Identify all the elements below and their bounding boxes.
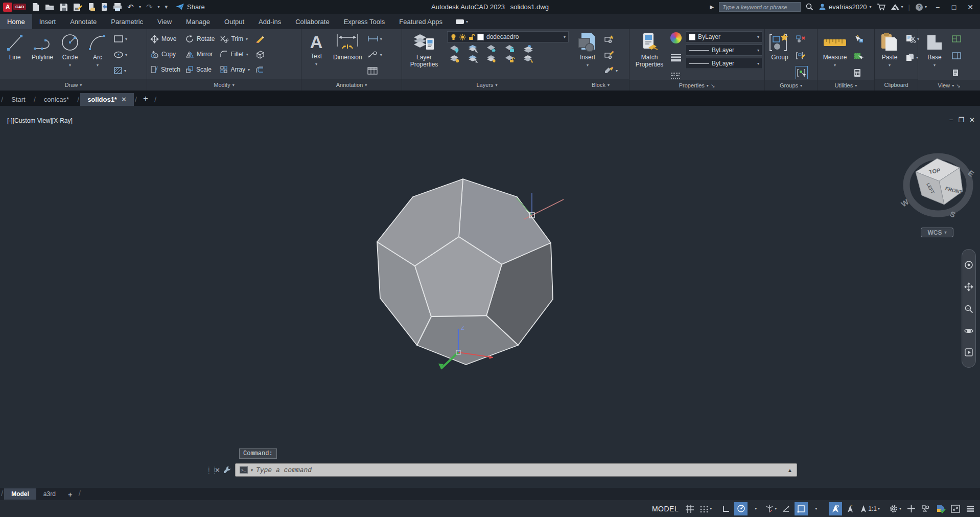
new-layout-button[interactable]: + bbox=[63, 490, 78, 499]
properties-dialog-launcher-icon[interactable]: ↘ bbox=[711, 83, 715, 88]
layer-match-tool-icon[interactable] bbox=[523, 44, 534, 53]
panel-label-clipboard[interactable]: Clipboard bbox=[875, 79, 918, 91]
fillet-button[interactable]: Fillet▾ bbox=[220, 51, 250, 58]
panel-label-properties[interactable]: Properties▾↘ bbox=[629, 80, 764, 91]
rotate-button[interactable]: Rotate bbox=[185, 35, 215, 43]
linetype-dropdown[interactable]: ByLayer▾ bbox=[686, 58, 762, 69]
clean-screen-button[interactable] bbox=[949, 502, 962, 515]
tab-insert[interactable]: Insert bbox=[32, 14, 63, 29]
wcs-button[interactable]: WCS▾ bbox=[921, 228, 953, 237]
help-menu[interactable]: ? ▾ bbox=[915, 3, 927, 11]
new-tab-button[interactable]: + bbox=[138, 94, 153, 106]
group-edit-button[interactable] bbox=[796, 49, 808, 62]
viewport-tool-3-icon[interactable] bbox=[952, 66, 961, 79]
file-tab-start[interactable]: Start bbox=[4, 93, 32, 106]
layer-unisolate-tool-icon[interactable] bbox=[486, 55, 497, 63]
qat-customize-icon[interactable]: ▾ bbox=[165, 4, 168, 10]
object-snap-tracking-toggle[interactable] bbox=[780, 502, 793, 515]
measure-button[interactable]: Measure ▾ bbox=[821, 31, 849, 69]
edit-block-button[interactable] bbox=[604, 48, 618, 61]
erase-button[interactable] bbox=[255, 35, 265, 43]
autodesk-menu[interactable]: ▾ bbox=[891, 4, 903, 10]
scale-button[interactable]: Scale bbox=[185, 65, 215, 74]
file-tab-solidos1[interactable]: solidos1* ✕ bbox=[80, 93, 134, 106]
annotation-scale-button[interactable]: 1:1▾ bbox=[858, 502, 881, 515]
layer-dropdown[interactable]: dodecaedro ▾ bbox=[447, 31, 569, 42]
drawing-area[interactable]: [-][Custom View][X-Ray] − ❐ ✕ Z bbox=[0, 106, 980, 488]
viewport-minimize-icon[interactable]: − bbox=[949, 116, 953, 124]
status-menu-button[interactable] bbox=[964, 502, 977, 515]
orbit-icon[interactable] bbox=[964, 326, 973, 335]
edit-attributes-button[interactable]: ▾ bbox=[604, 64, 618, 77]
user-account[interactable]: evafrias2020 ▾ bbox=[819, 3, 871, 11]
command-expand-icon[interactable]: ▲ bbox=[787, 467, 792, 473]
layer-walk-tool-icon[interactable] bbox=[523, 55, 534, 63]
save-to-web-icon[interactable] bbox=[101, 3, 108, 11]
tab-close-icon[interactable]: ✕ bbox=[121, 96, 127, 103]
rectangle-button[interactable]: ▾ bbox=[113, 32, 127, 46]
crosshair-button[interactable] bbox=[904, 502, 918, 515]
offset-button[interactable] bbox=[255, 66, 265, 73]
quick-calculator-button[interactable] bbox=[853, 66, 864, 79]
linear-dimension-button[interactable]: ▾ bbox=[367, 32, 382, 46]
pan-icon[interactable] bbox=[964, 282, 973, 291]
match-properties-button[interactable]: Match Properties bbox=[633, 31, 666, 70]
panel-label-draw[interactable]: Draw▾ bbox=[0, 79, 147, 91]
share-button[interactable]: Share bbox=[176, 3, 205, 11]
search-expand-icon[interactable]: ▶ bbox=[710, 4, 714, 10]
new-file-icon[interactable] bbox=[31, 3, 40, 11]
graphics-performance-button[interactable] bbox=[934, 502, 947, 515]
command-close-icon[interactable]: ✕ bbox=[212, 466, 223, 474]
grid-toggle[interactable] bbox=[683, 502, 696, 515]
tab-output[interactable]: Output bbox=[217, 14, 251, 29]
lineweight-dropdown[interactable]: ByLayer▾ bbox=[686, 44, 762, 56]
zoom-icon[interactable] bbox=[964, 304, 973, 313]
viewport-controls-label[interactable]: [-][Custom View][X-Ray] bbox=[7, 117, 73, 124]
panel-label-utilities[interactable]: Utilities▾ bbox=[818, 80, 874, 91]
app-store-icon[interactable] bbox=[877, 3, 885, 11]
arc-button[interactable]: Arc ▾ bbox=[86, 31, 109, 69]
model-space-toggle[interactable]: MODEL bbox=[652, 505, 679, 513]
tab-parametric[interactable]: Parametric bbox=[104, 14, 150, 29]
panel-label-annotation[interactable]: Annotation▾ bbox=[301, 79, 402, 91]
osnap-caret-icon[interactable]: ▾ bbox=[809, 502, 823, 515]
panel-label-view[interactable]: View▾↘ bbox=[918, 80, 980, 91]
text-button[interactable]: A Text ▾ bbox=[305, 31, 328, 68]
mirror-button[interactable]: Mirror bbox=[185, 51, 215, 58]
command-drag-handle[interactable]: ⋮⋮⋮⋮ bbox=[206, 467, 212, 473]
table-button[interactable] bbox=[367, 64, 382, 77]
layout-tab-model[interactable]: Model bbox=[4, 488, 36, 500]
dimension-button[interactable]: Dimension bbox=[332, 31, 363, 62]
ungroup-button[interactable] bbox=[796, 32, 808, 46]
tab-featured-apps[interactable]: Featured Apps bbox=[392, 14, 450, 29]
polyline-button[interactable]: Polyline bbox=[31, 31, 54, 62]
trim-button[interactable]: Trim▾ bbox=[220, 35, 250, 43]
undo-caret-icon[interactable]: ▾ bbox=[139, 5, 141, 9]
cut-button[interactable]: ▾ bbox=[905, 32, 919, 46]
layer-lock-tool-icon[interactable] bbox=[504, 44, 516, 53]
command-recent-caret-icon[interactable]: ▾ bbox=[251, 468, 253, 473]
open-folder-icon[interactable] bbox=[45, 3, 55, 11]
copy-clip-button[interactable]: ▾ bbox=[905, 51, 919, 64]
tab-addins[interactable]: Add-ins bbox=[251, 14, 288, 29]
maximize-button[interactable]: □ bbox=[948, 3, 960, 11]
layer-properties-button[interactable]: Layer Properties bbox=[405, 31, 443, 70]
plot-icon[interactable] bbox=[113, 3, 122, 11]
viewport-tool-2-icon[interactable] bbox=[952, 49, 961, 62]
tab-collaborate[interactable]: Collaborate bbox=[288, 14, 337, 29]
navigation-wheel-icon[interactable] bbox=[964, 260, 973, 269]
layer-current-tool-icon[interactable] bbox=[449, 55, 460, 63]
minimize-button[interactable]: − bbox=[932, 3, 943, 11]
isodraft-toggle[interactable]: ▾ bbox=[764, 502, 778, 515]
snap-toggle[interactable]: ▾ bbox=[698, 502, 713, 515]
copy-button[interactable]: Copy bbox=[150, 51, 180, 58]
group-selection-toggle[interactable] bbox=[796, 66, 808, 79]
tab-annotate[interactable]: Annotate bbox=[63, 14, 104, 29]
showmotion-icon[interactable] bbox=[965, 348, 973, 356]
viewport-restore-icon[interactable]: ❐ bbox=[958, 116, 964, 124]
array-button[interactable]: Array▾ bbox=[220, 65, 250, 74]
workspace-settings-button[interactable]: ▾ bbox=[888, 502, 903, 515]
polar-caret-icon[interactable]: ▾ bbox=[749, 502, 762, 515]
autocad-logo-icon[interactable]: ACAD bbox=[3, 3, 26, 12]
quick-select-button[interactable] bbox=[853, 32, 864, 46]
